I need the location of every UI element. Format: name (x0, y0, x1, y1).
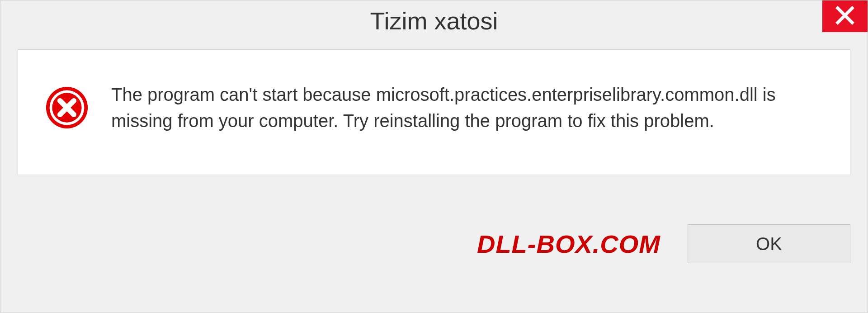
ok-button[interactable]: OK (688, 224, 850, 263)
close-icon (835, 5, 855, 27)
close-button[interactable] (822, 0, 868, 32)
content-panel: The program can't start because microsof… (18, 49, 850, 175)
error-dialog: Tizim xatosi The program can't start bec… (0, 0, 868, 313)
footer-row: DLL-BOX.COM OK (0, 180, 868, 313)
error-message: The program can't start because microsof… (111, 81, 818, 134)
titlebar: Tizim xatosi (0, 0, 868, 41)
watermark-text: DLL-BOX.COM (477, 229, 660, 259)
error-icon (45, 86, 89, 129)
dialog-title: Tizim xatosi (370, 7, 498, 35)
